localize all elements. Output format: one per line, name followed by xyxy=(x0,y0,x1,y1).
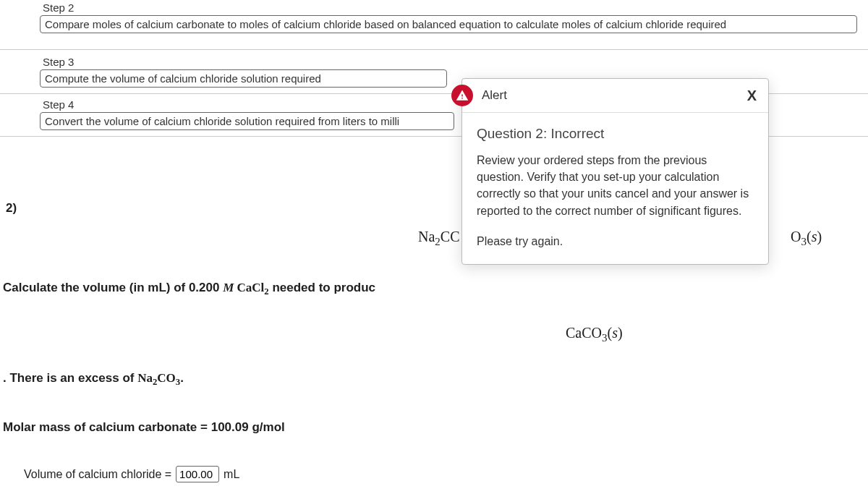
equation-fragment-left: Na2CC xyxy=(418,229,459,248)
step-2-box[interactable]: Compare moles of calcium carbonate to mo… xyxy=(40,15,857,33)
alert-title: Alert xyxy=(482,88,744,103)
answer-label: Volume of calcium chloride = xyxy=(24,468,171,481)
answer-unit: mL xyxy=(224,468,239,481)
equation-fragment-right: O3(s) xyxy=(791,229,822,248)
alert-heading: Question 2: Incorrect xyxy=(477,126,754,142)
answer-input[interactable] xyxy=(176,466,219,482)
alert-icon xyxy=(451,85,473,106)
step-2-label: Step 2 xyxy=(40,1,868,15)
calculate-line: Calculate the volume (in mL) of 0.200 M … xyxy=(3,281,375,297)
close-button[interactable]: X xyxy=(744,88,760,104)
alert-dialog: Alert X Question 2: Incorrect Review you… xyxy=(461,78,769,265)
answer-row: Volume of calcium chloride = mL xyxy=(24,466,239,482)
caco3-formula: CaCO3(s) xyxy=(566,325,623,344)
question-number: 2) xyxy=(6,201,17,216)
alert-try-again: Please try again. xyxy=(477,235,754,248)
step-3-label: Step 3 xyxy=(40,56,868,69)
alert-message: Review your ordered steps from the previ… xyxy=(477,152,754,219)
excess-line: . There is an excess of Na2CO3. xyxy=(3,371,184,388)
step-3-box[interactable]: Compute the volume of calcium chloride s… xyxy=(40,69,447,88)
step-4-box[interactable]: Convert the volume of calcium chloride s… xyxy=(40,112,454,130)
molar-mass-line: Molar mass of calcium carbonate = 100.09… xyxy=(3,420,285,435)
